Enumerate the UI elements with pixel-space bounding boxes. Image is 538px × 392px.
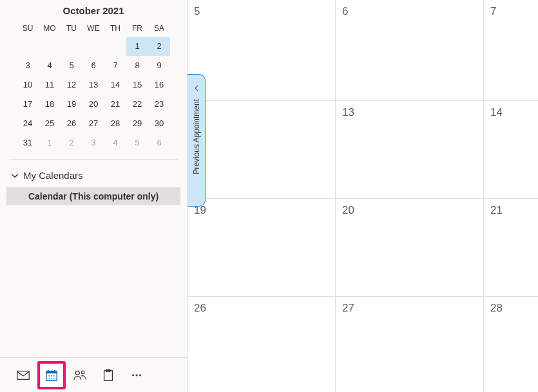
calendar-group-header[interactable]: My Calendars bbox=[0, 160, 187, 186]
mini-calendar-day bbox=[82, 37, 104, 56]
svg-point-15 bbox=[132, 374, 134, 376]
mini-calendar-day[interactable]: 11 bbox=[39, 75, 61, 95]
mini-calendar-day[interactable]: 8 bbox=[126, 56, 148, 75]
mini-calendar-grid: SUMOTUWETHFRSA12345678910111213141516171… bbox=[3, 20, 184, 153]
mini-calendar-day[interactable]: 14 bbox=[104, 75, 126, 95]
mini-calendar-day bbox=[17, 37, 39, 56]
mini-calendar-day[interactable]: 4 bbox=[104, 133, 126, 153]
previous-appointment-tab[interactable]: Previous Appointment bbox=[187, 74, 206, 207]
mail-nav-button[interactable] bbox=[9, 361, 37, 389]
more-nav-button[interactable] bbox=[122, 361, 151, 389]
mini-calendar-day bbox=[104, 37, 126, 56]
month-cell[interactable]: 20 bbox=[336, 199, 484, 296]
mini-calendar-day[interactable]: 25 bbox=[39, 114, 61, 133]
month-view: 5671314192021262728 Previous Appointment bbox=[187, 0, 538, 392]
svg-point-16 bbox=[136, 374, 138, 376]
mini-calendar-day[interactable]: 26 bbox=[61, 114, 82, 133]
mini-calendar-day[interactable]: 29 bbox=[126, 114, 148, 133]
people-nav-button[interactable] bbox=[66, 361, 94, 389]
month-row: 262728 bbox=[187, 297, 538, 392]
mini-calendar-day[interactable]: 2 bbox=[61, 133, 82, 153]
mini-calendar-day[interactable]: 16 bbox=[148, 75, 170, 95]
mini-calendar-day[interactable]: 18 bbox=[39, 95, 61, 114]
svg-point-5 bbox=[48, 375, 50, 377]
mini-calendar-day[interactable]: 15 bbox=[126, 75, 148, 95]
calendar-group-label: My Calendars bbox=[23, 170, 83, 181]
mini-calendar-dow: TH bbox=[104, 20, 126, 37]
calendar-sidebar: October 2021 SUMOTUWETHFRSA1234567891011… bbox=[0, 0, 187, 392]
month-cell[interactable]: 27 bbox=[336, 297, 484, 392]
month-cell[interactable]: 21 bbox=[484, 199, 538, 296]
mini-calendar-day[interactable]: 17 bbox=[17, 95, 39, 114]
chevron-left-icon bbox=[193, 85, 200, 91]
clipboard-icon bbox=[101, 368, 115, 382]
svg-point-17 bbox=[139, 374, 141, 376]
calendar-nav-button[interactable] bbox=[37, 361, 66, 389]
svg-point-12 bbox=[81, 371, 84, 374]
month-cell[interactable]: 28 bbox=[484, 297, 538, 392]
mini-calendar-day[interactable]: 9 bbox=[148, 56, 170, 75]
mini-calendar-day[interactable]: 6 bbox=[82, 56, 104, 75]
mini-calendar-dow: SA bbox=[148, 20, 170, 37]
mini-calendar-day[interactable]: 31 bbox=[17, 133, 39, 153]
mini-calendar-day[interactable]: 2 bbox=[148, 37, 170, 56]
svg-point-10 bbox=[53, 377, 55, 378]
mini-calendar-day[interactable]: 6 bbox=[148, 133, 170, 153]
mini-calendar-dow: TU bbox=[61, 20, 82, 37]
mini-calendar-dow: SU bbox=[17, 20, 39, 37]
calendar-icon bbox=[44, 368, 59, 382]
mini-calendar: October 2021 SUMOTUWETHFRSA1234567891011… bbox=[0, 0, 187, 160]
svg-point-6 bbox=[51, 375, 52, 377]
month-row: 1314 bbox=[187, 101, 538, 199]
month-cell[interactable]: 14 bbox=[484, 101, 538, 198]
mini-calendar-day[interactable]: 10 bbox=[17, 75, 39, 95]
svg-point-9 bbox=[51, 377, 52, 378]
month-cell[interactable]: 7 bbox=[484, 0, 538, 100]
mini-calendar-title[interactable]: October 2021 bbox=[3, 3, 184, 20]
mini-calendar-day[interactable]: 7 bbox=[104, 56, 126, 75]
previous-appointment-label: Previous Appointment bbox=[192, 99, 201, 174]
mini-calendar-day[interactable]: 4 bbox=[39, 56, 61, 75]
month-row: 192021 bbox=[187, 199, 538, 297]
mini-calendar-day[interactable]: 28 bbox=[104, 114, 126, 133]
month-cell[interactable] bbox=[187, 101, 336, 198]
mini-calendar-day bbox=[39, 37, 61, 56]
mini-calendar-dow: MO bbox=[39, 20, 61, 37]
mini-calendar-day bbox=[61, 37, 82, 56]
mini-calendar-day[interactable]: 1 bbox=[39, 133, 61, 153]
module-nav bbox=[0, 357, 187, 392]
mini-calendar-day[interactable]: 27 bbox=[82, 114, 104, 133]
mini-calendar-day[interactable]: 20 bbox=[82, 95, 104, 114]
svg-rect-0 bbox=[17, 371, 29, 379]
svg-point-11 bbox=[75, 371, 79, 375]
month-cell[interactable]: 13 bbox=[336, 101, 484, 198]
svg-rect-2 bbox=[46, 371, 57, 373]
mini-calendar-day[interactable]: 5 bbox=[61, 56, 82, 75]
month-row: 567 bbox=[187, 0, 538, 101]
mini-calendar-dow: FR bbox=[126, 20, 148, 37]
mini-calendar-day[interactable]: 23 bbox=[148, 95, 170, 114]
month-cell[interactable]: 6 bbox=[336, 0, 484, 100]
calendar-list-item[interactable]: Calendar (This computer only) bbox=[6, 187, 180, 205]
mini-calendar-day[interactable]: 19 bbox=[61, 95, 82, 114]
people-icon bbox=[73, 368, 87, 382]
mini-calendar-day[interactable]: 30 bbox=[148, 114, 170, 133]
month-cell[interactable]: 19 bbox=[187, 199, 336, 296]
mini-calendar-day[interactable]: 3 bbox=[17, 56, 39, 75]
mini-calendar-day[interactable]: 24 bbox=[17, 114, 39, 133]
ellipsis-icon bbox=[130, 368, 144, 382]
mini-calendar-day[interactable]: 1 bbox=[126, 37, 148, 56]
mini-calendar-day[interactable]: 22 bbox=[126, 95, 148, 114]
mail-icon bbox=[16, 368, 30, 382]
chevron-down-icon bbox=[10, 171, 19, 180]
tasks-nav-button[interactable] bbox=[94, 361, 122, 389]
mini-calendar-day[interactable]: 5 bbox=[126, 133, 148, 153]
mini-calendar-day[interactable]: 12 bbox=[61, 75, 82, 95]
mini-calendar-day[interactable]: 21 bbox=[104, 95, 126, 114]
mini-calendar-day[interactable]: 3 bbox=[82, 133, 104, 153]
month-cell[interactable]: 26 bbox=[187, 297, 336, 392]
mini-calendar-day[interactable]: 13 bbox=[82, 75, 104, 95]
svg-point-8 bbox=[48, 377, 50, 378]
svg-point-7 bbox=[53, 375, 55, 377]
month-cell[interactable]: 5 bbox=[187, 0, 336, 100]
